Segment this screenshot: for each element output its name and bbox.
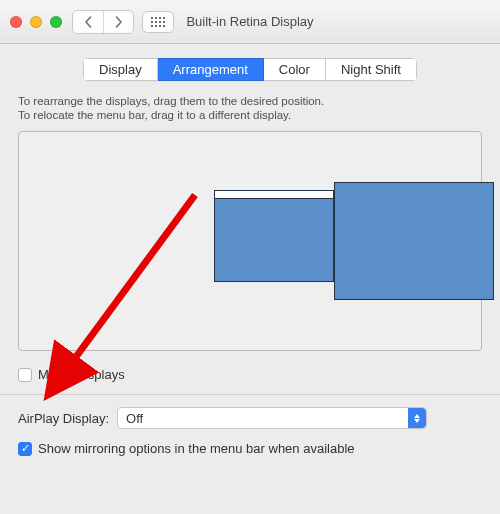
tab-night-shift[interactable]: Night Shift bbox=[326, 58, 417, 81]
svg-rect-6 bbox=[159, 21, 161, 23]
display-tabs: Display Arrangement Color Night Shift bbox=[83, 58, 417, 81]
show-mirroring-label: Show mirroring options in the menu bar w… bbox=[38, 441, 355, 456]
tabs-row: Display Arrangement Color Night Shift bbox=[0, 44, 500, 89]
display-primary[interactable] bbox=[214, 190, 334, 282]
back-button[interactable] bbox=[73, 11, 103, 33]
svg-rect-10 bbox=[159, 25, 161, 27]
tab-color[interactable]: Color bbox=[264, 58, 326, 81]
svg-rect-7 bbox=[163, 21, 165, 23]
tab-content-arrangement: To rearrange the displays, drag them to … bbox=[0, 95, 500, 456]
svg-rect-2 bbox=[159, 17, 161, 19]
select-stepper-icon bbox=[408, 408, 426, 428]
help-text-2: To relocate the menu bar, drag it to a d… bbox=[18, 109, 482, 121]
airplay-label: AirPlay Display: bbox=[18, 411, 109, 426]
zoom-window-button[interactable] bbox=[50, 16, 62, 28]
check-icon: ✓ bbox=[21, 443, 30, 454]
traffic-lights bbox=[10, 16, 62, 28]
svg-rect-11 bbox=[163, 25, 165, 27]
show-all-prefs-button[interactable] bbox=[142, 11, 174, 33]
mirror-displays-row: Mirror Displays bbox=[18, 367, 482, 382]
nav-buttons bbox=[72, 10, 134, 34]
show-mirroring-checkbox[interactable]: ✓ bbox=[18, 442, 32, 456]
forward-button[interactable] bbox=[103, 11, 133, 33]
chevron-left-icon bbox=[84, 16, 93, 28]
svg-rect-4 bbox=[151, 21, 153, 23]
display-arrangement-area[interactable] bbox=[18, 131, 482, 351]
show-mirroring-row: ✓ Show mirroring options in the menu bar… bbox=[18, 441, 482, 456]
display-secondary[interactable] bbox=[334, 182, 494, 300]
tab-arrangement[interactable]: Arrangement bbox=[158, 58, 264, 81]
svg-rect-5 bbox=[155, 21, 157, 23]
grid-icon bbox=[151, 17, 165, 27]
mirror-displays-label: Mirror Displays bbox=[38, 367, 125, 382]
window-titlebar: Built-in Retina Display bbox=[0, 0, 500, 44]
minimize-window-button[interactable] bbox=[30, 16, 42, 28]
tab-display[interactable]: Display bbox=[83, 58, 158, 81]
svg-rect-1 bbox=[155, 17, 157, 19]
svg-rect-3 bbox=[163, 17, 165, 19]
airplay-row: AirPlay Display: Off bbox=[18, 407, 482, 429]
help-text-1: To rearrange the displays, drag them to … bbox=[18, 95, 482, 107]
chevron-right-icon bbox=[114, 16, 123, 28]
airplay-display-select[interactable]: Off bbox=[117, 407, 427, 429]
mirror-displays-checkbox[interactable] bbox=[18, 368, 32, 382]
airplay-display-value: Off bbox=[126, 411, 143, 426]
divider bbox=[0, 394, 500, 395]
svg-rect-8 bbox=[151, 25, 153, 27]
svg-rect-0 bbox=[151, 17, 153, 19]
menu-bar-handle[interactable] bbox=[215, 191, 333, 199]
close-window-button[interactable] bbox=[10, 16, 22, 28]
svg-rect-9 bbox=[155, 25, 157, 27]
